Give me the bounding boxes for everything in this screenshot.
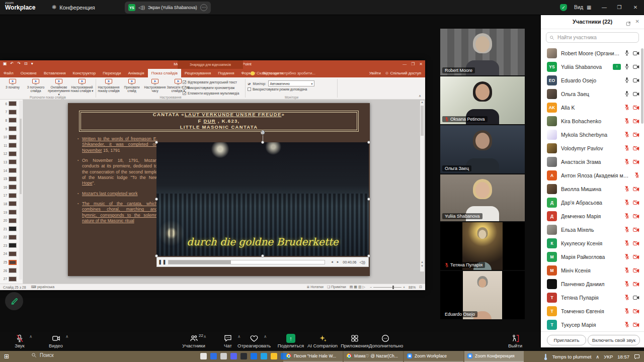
ribbon-checkbox[interactable]: Елементи керування мультимедіа (183, 90, 239, 96)
ppt-minimize-icon[interactable]: — (403, 62, 407, 66)
discord-icon[interactable] (230, 353, 237, 359)
search-input[interactable] (556, 34, 635, 41)
main-scrollbar[interactable]: ▲ ▲ ▼ (420, 101, 424, 272)
volume-icon[interactable]: ◁)) (359, 260, 368, 264)
slide-canvas[interactable]: CANTATA «LAUT VERKÜNDE UNSRE FREUDE»F DU… (68, 103, 370, 276)
mic-muted-icon[interactable] (624, 144, 629, 153)
participant-row[interactable]: Ольга Заец (541, 87, 644, 101)
mic-muted-icon[interactable] (624, 266, 629, 275)
chevron-up-icon[interactable]: ∧ (29, 334, 32, 339)
tab-meeting[interactable]: ❋ Конференция (52, 4, 95, 11)
toolbar-Поделиться[interactable]: ↑Поделиться (274, 333, 307, 348)
video-tile[interactable]: Yuliia Shabanova (440, 174, 525, 221)
slide-title-box[interactable]: CANTATA «LAUT VERKÜNDE UNSRE FREUDE»F DU… (79, 111, 359, 132)
camera-on-icon[interactable] (633, 89, 639, 99)
video-tile[interactable]: Eduardo Osejo (440, 271, 525, 319)
participant-row[interactable]: ДДар'я Абрасьова (541, 196, 644, 209)
language-button[interactable]: УКР (604, 354, 613, 359)
ribbon-button[interactable]: Приховати слайд (120, 77, 143, 93)
maximize-button[interactable]: ❐ (612, 0, 627, 15)
toolbar-Дополнительно[interactable]: Дополнительно (369, 333, 402, 348)
invite-button[interactable]: Пригласить (547, 335, 586, 345)
camera-on-icon[interactable] (633, 76, 639, 85)
mic-muted-icon[interactable] (624, 307, 629, 316)
camera-off-icon[interactable] (633, 280, 639, 289)
checkbox-icon[interactable] (183, 80, 186, 84)
camera-off-icon[interactable] (633, 103, 639, 112)
collapse-ribbon-icon[interactable]: ∧ (419, 94, 421, 98)
vscode-icon[interactable] (261, 353, 267, 359)
video-tile[interactable]: Robert Moore (440, 29, 525, 75)
camera-off-icon[interactable] (633, 320, 639, 329)
tab-Основне[interactable]: Основне (17, 69, 40, 77)
language-indicator[interactable]: ⌨ українська (31, 285, 54, 289)
mic-muted-icon[interactable] (624, 130, 629, 139)
minimize-button[interactable]: — (597, 0, 612, 15)
ribbon-checkbox[interactable]: Відтворювати дикторський текст (183, 79, 239, 85)
participant-row[interactable]: Виолла Мишина (541, 182, 644, 196)
close-panel-icon[interactable]: ✕ (635, 19, 639, 24)
camera-off-icon[interactable] (633, 252, 639, 261)
pause-button[interactable]: ❚❚ (157, 259, 168, 264)
participant-row[interactable]: Volodymyr Pavlov (541, 141, 644, 155)
close-button[interactable]: ✕ (628, 0, 643, 15)
weather-label[interactable]: Temps to plummet (552, 354, 592, 359)
participant-row[interactable]: Панченко Даниил (541, 277, 644, 291)
taskview-icon[interactable] (220, 353, 227, 359)
participant-row[interactable]: Анастасія Згама (541, 155, 644, 168)
participant-row[interactable]: ААнтон Ялоза (Академія музики ДА... (541, 168, 644, 182)
chevron-down-icon[interactable]: ⌄ (31, 5, 35, 10)
toolbar-Звук[interactable]: ∧Звук (3, 333, 36, 348)
mic-muted-icon[interactable] (624, 212, 629, 221)
selection-handle[interactable] (261, 141, 264, 144)
toolbar-AI Companion[interactable]: AI Companion (306, 333, 339, 348)
mic-muted-icon[interactable] (624, 117, 629, 126)
checkbox-icon[interactable] (248, 87, 251, 91)
paint-icon[interactable] (200, 353, 207, 359)
slide-bullet-list[interactable]: Written to the words of freemason E. Shi… (77, 136, 157, 228)
embedded-video[interactable]: durch die goldne Bruderkette (156, 142, 369, 256)
app-icon[interactable] (240, 353, 247, 359)
participant-row[interactable]: ТТукусер Марія (541, 318, 644, 331)
clock[interactable]: 18:57 (617, 354, 629, 359)
checkbox-icon[interactable] (183, 86, 186, 89)
mic-muted-icon[interactable] (624, 103, 629, 112)
participant-row[interactable]: ТТетяна Пуларія (541, 291, 644, 304)
mic-muted-icon[interactable] (624, 293, 629, 302)
annotation-pencil-button[interactable] (5, 292, 23, 310)
selection-handle[interactable] (367, 141, 370, 144)
toolbar-Приложения[interactable]: Приложения (338, 333, 371, 348)
toolbar-Отреагировать[interactable]: ∧Отреагировать (237, 333, 271, 348)
toolbar-Участники[interactable]: 22∧Участники (177, 333, 210, 348)
ribbon-checkbox[interactable]: Використовувати режим доповідача (248, 86, 336, 92)
ribbon-button[interactable]: Настроювання показу слайдів (97, 77, 120, 93)
unmute-button[interactable]: Включить свой звук (588, 335, 640, 345)
mic-muted-icon[interactable] (624, 185, 629, 194)
ribbon-button[interactable]: Онлайнове презентування ▾ (47, 77, 70, 97)
mic-on-icon[interactable] (624, 62, 629, 71)
ribbon-button[interactable]: З поточного слайда (24, 77, 47, 93)
ribbon-button[interactable]: Настроювання часу (143, 77, 167, 93)
screen-share-indicator[interactable]: YS ◁)) Экран (Yuliia Shabanova) ⋯ (125, 2, 211, 14)
ribbon-button[interactable]: Настроюваний показ слайдів ▾ (70, 77, 94, 93)
sign-in-button[interactable]: Увійти (369, 69, 381, 77)
view-icon[interactable]: ▥ (358, 285, 362, 289)
toolbar-Видео[interactable]: ∧Видео (39, 333, 72, 348)
participant-row[interactable]: AKAlla K (541, 101, 644, 114)
selection-handle[interactable] (367, 198, 370, 201)
folder-icon[interactable] (271, 353, 277, 359)
tab-Вставлення[interactable]: Вставлення (40, 69, 69, 77)
slide-thumbnail-panel[interactable]: 6789101112131415161718192021222324252627 (0, 100, 23, 284)
participants-scrollbar[interactable] (641, 48, 643, 124)
camera-off-icon[interactable] (633, 266, 639, 275)
monitor-select[interactable]: Автоматично (268, 80, 314, 86)
ppt-close-icon[interactable]: ✕ (419, 62, 423, 66)
participant-row[interactable]: ММініч Ксенія (541, 263, 644, 277)
ppt-restore-icon[interactable]: ❐ (411, 62, 415, 66)
seek-bar[interactable] (168, 260, 325, 264)
previous-slide-icon[interactable]: ▲ (420, 260, 424, 263)
tab-Конструктор[interactable]: Конструктор (69, 69, 100, 77)
scroll-up-icon[interactable]: ▲ (420, 101, 424, 104)
selection-handle[interactable] (155, 198, 158, 201)
camera-off-icon[interactable] (633, 117, 639, 126)
